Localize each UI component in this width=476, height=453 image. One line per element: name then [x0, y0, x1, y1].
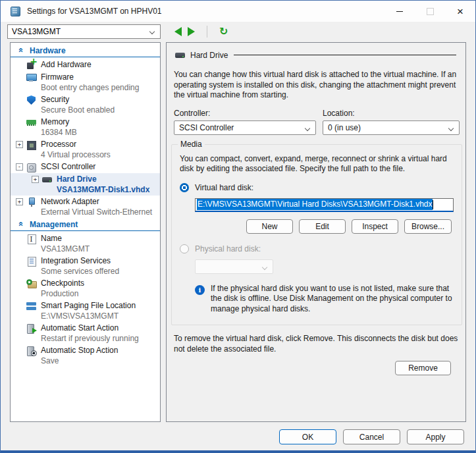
sidebar-item-subtext: Boot entry changes pending	[41, 82, 139, 93]
info-icon: i	[195, 285, 205, 295]
controller-dropdown[interactable]: SCSI Controller	[174, 120, 316, 135]
window-title: Settings for VSA13MGMT on HPHV01	[27, 7, 162, 16]
sidebar-item-subtext: 4 Virtual processors	[41, 149, 111, 160]
vm-selector-dropdown[interactable]: VSA13MGMT	[7, 24, 161, 39]
sidebar-item-label: Firmware	[41, 72, 139, 82]
name-icon	[26, 234, 37, 244]
ok-button[interactable]: OK	[279, 429, 336, 444]
sidebar-item-add-hardware[interactable]: Add Hardware	[11, 59, 160, 71]
sidebar-item-subtext: 16384 MB	[41, 127, 77, 138]
chevron-down-icon	[448, 125, 454, 130]
scsi-icon	[26, 162, 37, 173]
expander-icon[interactable]: +	[16, 141, 23, 148]
sidebar-item-smart-paging-file-location[interactable]: Smart Paging File Location E:\VMS\VSA13M…	[11, 300, 160, 322]
sidebar-item-label: SCSI Controller	[41, 161, 95, 172]
memory-icon	[26, 117, 37, 128]
titlebar: Settings for VSA13MGMT on HPHV01	[1, 1, 475, 22]
chevron-down-icon	[305, 125, 310, 130]
remove-note-text: To remove the virtual hard disk, click R…	[174, 334, 458, 354]
panel-intro-text: You can change how this virtual hard dis…	[174, 70, 461, 101]
network-icon	[26, 197, 37, 207]
sidebar-item-subtext: Some services offered	[41, 266, 119, 277]
media-groupbox-legend: Media	[178, 140, 205, 149]
controller-value: SCSI Controller	[179, 123, 234, 132]
sidebar-item-memory[interactable]: Memory 16384 MB	[11, 116, 160, 138]
minimize-button[interactable]	[384, 1, 415, 22]
settings-window: Settings for VSA13MGMT on HPHV01 VSA13MG…	[0, 0, 476, 453]
sidebar-section-management[interactable]: Management	[11, 218, 160, 231]
forward-arrow-icon[interactable]	[188, 27, 195, 36]
hard-drive-icon	[42, 174, 53, 185]
toolbar: VSA13MGMT	[1, 22, 475, 41]
sidebar-section-title: Hardware	[30, 46, 66, 55]
hard-drive-icon	[175, 50, 186, 61]
sidebar-item-automatic-stop-action[interactable]: Automatic Stop Action Save	[11, 344, 160, 367]
refresh-icon[interactable]	[219, 26, 228, 38]
sidebar-item-automatic-start-action[interactable]: Automatic Start Action Restart if previo…	[11, 322, 160, 344]
back-arrow-icon[interactable]	[174, 27, 182, 36]
inspect-button[interactable]: Inspect	[352, 219, 398, 234]
checkpoints-icon	[26, 279, 37, 289]
location-dropdown[interactable]: 0 (in use)	[323, 120, 460, 135]
physical-disk-dropdown-disabled	[195, 259, 273, 274]
sidebar-item-network-adapter[interactable]: + Network Adapter External Virtual Switc…	[11, 196, 160, 218]
maximize-button-disabled	[415, 1, 445, 22]
sidebar-item-processor[interactable]: + Processor 4 Virtual processors	[11, 138, 160, 161]
sidebar-section-hardware[interactable]: Hardware	[11, 44, 160, 57]
panel-title: Hard Drive	[190, 51, 228, 60]
sidebar-item-subtext: Restart if previously running	[41, 333, 139, 344]
sidebar-item-subtext: VSA13MGMT-Disk1.vhdx	[57, 184, 149, 195]
close-button[interactable]	[445, 1, 475, 22]
sidebar-item-label: Integration Services	[41, 255, 119, 266]
collapse-chevron-icon[interactable]	[15, 220, 25, 228]
sidebar-item-security[interactable]: Security Secure Boot enabled	[11, 93, 160, 116]
sidebar-item-label: Processor	[41, 139, 111, 149]
chevron-down-icon	[262, 264, 267, 269]
physical-hard-disk-radio-disabled	[180, 244, 189, 253]
expander-icon[interactable]: +	[32, 176, 39, 183]
settings-nav-sidebar: Hardware Add Hardware Firmware Boot entr…	[10, 42, 161, 422]
sidebar-item-integration-services[interactable]: Integration Services Some services offer…	[11, 255, 160, 277]
apply-button[interactable]: Apply	[407, 429, 464, 444]
edit-button[interactable]: Edit	[299, 219, 346, 234]
sidebar-item-name[interactable]: Name VSA13MGMT	[11, 232, 160, 255]
collapse-chevron-icon[interactable]	[15, 46, 25, 55]
sidebar-item-subtext: VSA13MGMT	[41, 244, 90, 254]
sidebar-item-label: Network Adapter	[41, 196, 152, 207]
vm-selector-value: VSA13MGMT	[12, 27, 61, 36]
sidebar-item-checkpoints[interactable]: Checkpoints Production	[11, 277, 160, 300]
sidebar-item-label: Checkpoints	[41, 278, 84, 288]
controller-label: Controller:	[174, 109, 316, 118]
paging-icon	[26, 301, 37, 311]
expander-icon[interactable]: -	[16, 163, 23, 171]
processor-icon	[26, 140, 37, 150]
sidebar-section-title: Management	[30, 220, 78, 229]
security-icon	[26, 95, 37, 105]
location-value: 0 (in use)	[328, 123, 361, 132]
sidebar-item-label: Name	[41, 233, 90, 244]
sidebar-item-firmware[interactable]: Firmware Boot entry changes pending	[11, 71, 160, 93]
sidebar-item-hard-drive[interactable]: + Hard Drive VSA13MGMT-Disk1.vhdx	[11, 173, 160, 196]
new-button[interactable]: New	[246, 219, 293, 234]
browse-button[interactable]: Browse...	[404, 219, 452, 234]
vhdx-path-input[interactable]: E:\VMS\VSA13MGMT\Virtual Hard Disks\VSA1…	[195, 198, 454, 212]
vhdx-path-selected-text: E:\VMS\VSA13MGMT\Virtual Hard Disks\VSA1…	[197, 199, 433, 210]
media-intro-text: You can compact, convert, expand, merge,…	[180, 154, 452, 174]
sidebar-item-label: Add Hardware	[41, 59, 92, 70]
start-icon	[26, 323, 37, 334]
stop-icon	[26, 346, 37, 356]
sidebar-item-scsi-controller[interactable]: - SCSI Controller	[11, 161, 160, 173]
chevron-down-icon	[149, 29, 155, 34]
location-label: Location:	[323, 109, 460, 118]
physical-hard-disk-radio-label: Physical hard disk:	[195, 244, 261, 253]
app-icon	[10, 6, 20, 16]
virtual-hard-disk-radio[interactable]	[180, 183, 189, 192]
sidebar-item-label: Memory	[41, 117, 77, 127]
sidebar-item-subtext: External Virtual Switch-Ethernet	[41, 207, 152, 217]
cancel-button[interactable]: Cancel	[343, 429, 400, 444]
sidebar-item-label: Automatic Stop Action	[41, 345, 118, 356]
sidebar-item-label: Security	[41, 94, 115, 105]
hard-drive-settings-panel: Hard Drive You can change how this virtu…	[166, 42, 466, 422]
remove-button[interactable]: Remove	[395, 361, 451, 375]
expander-icon[interactable]: +	[16, 198, 23, 205]
